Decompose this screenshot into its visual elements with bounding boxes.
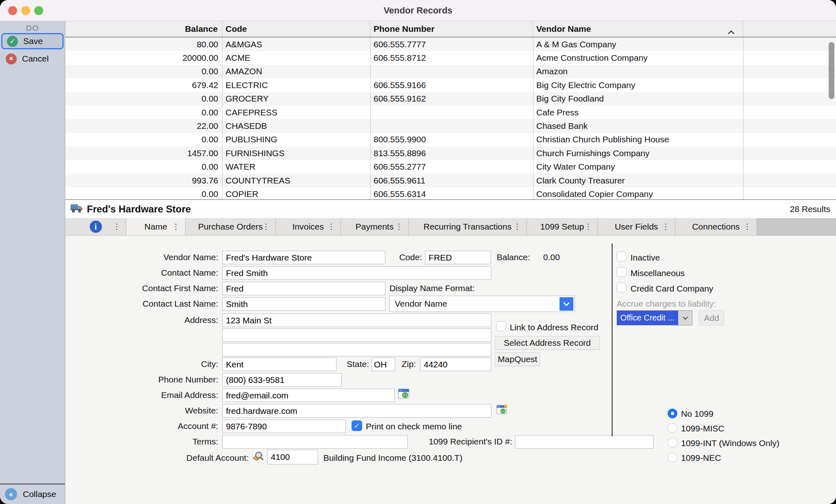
table-row[interactable]: 0.00COPIER606.555.6314Consolidated Copie… — [65, 187, 836, 199]
phone-number-label: Phone Number: — [96, 375, 218, 385]
contact-last-name-input[interactable] — [222, 297, 385, 311]
column-header-vendor-name[interactable]: Vendor Name — [533, 21, 743, 37]
tab-menu-icon[interactable]: ⋮ — [113, 222, 121, 231]
double-chevron-left-icon: « — [5, 488, 17, 500]
tab-menu-icon[interactable]: ⋮ — [262, 222, 270, 231]
chevron-down-icon[interactable] — [678, 311, 692, 325]
tab-menu-icon[interactable]: ⋮ — [172, 222, 180, 231]
account-number-input[interactable] — [222, 420, 346, 433]
inactive-label: Inactive — [630, 253, 660, 263]
vendor-detail-form: Vendor Name: Code: Balance: 0.00 Contact… — [65, 236, 836, 504]
tab-invoices[interactable]: Invoices ⋮ — [276, 218, 341, 235]
tab-name[interactable]: Name ⋮ — [126, 218, 186, 235]
open-website-icon[interactable] — [496, 403, 508, 417]
city-input[interactable] — [222, 358, 336, 371]
website-input[interactable] — [222, 404, 491, 418]
table-row[interactable]: 0.00PUBLISHING800.555.9900Christian Chur… — [65, 133, 836, 146]
contact-name-input[interactable] — [222, 266, 491, 280]
add-liability-button[interactable]: Add — [699, 310, 724, 325]
radio-1099-int[interactable] — [668, 438, 677, 448]
credit-card-company-checkbox[interactable] — [617, 283, 626, 292]
account-number-label: Account #: — [96, 421, 218, 431]
send-email-icon[interactable] — [398, 388, 410, 402]
terms-label: Terms: — [96, 437, 218, 447]
tab-purchase-orders[interactable]: Purchase Orders ⋮ — [186, 218, 276, 235]
miscellaneous-label: Miscellaneous — [630, 268, 685, 278]
vendor-name-input[interactable] — [222, 251, 385, 264]
phone-number-input[interactable] — [222, 373, 342, 387]
app-window: Vendor Records DO ✓ Save × Cancel « Coll… — [0, 0, 836, 504]
recipient-id-input[interactable] — [515, 435, 654, 449]
radio-1099-nec[interactable] — [668, 453, 677, 462]
display-name-format-select[interactable]: Vendor Name — [389, 296, 575, 312]
address-line1-input[interactable] — [222, 314, 491, 327]
address-label: Address: — [96, 315, 218, 325]
vertical-scrollbar[interactable] — [829, 42, 834, 99]
table-row[interactable]: 80.00A&MGAS606.555.7777A & M Gas Company — [65, 38, 836, 51]
vendor-table: Balance Code Phone Number Vendor Name 80… — [65, 21, 836, 199]
tab-info[interactable]: i ⋮ — [65, 218, 126, 235]
tab-menu-icon[interactable]: ⋮ — [513, 222, 521, 231]
address-line2-input[interactable] — [222, 328, 491, 342]
chevron-down-icon[interactable] — [560, 297, 573, 311]
contact-first-name-input[interactable] — [222, 282, 385, 295]
code-input[interactable] — [425, 251, 491, 264]
tab-menu-icon[interactable]: ⋮ — [743, 222, 751, 231]
print-memo-label: Print on check memo line — [366, 422, 462, 431]
cancel-button[interactable]: × Cancel — [1, 51, 64, 67]
accrue-liability-select[interactable]: Office Credit ... — [617, 310, 692, 325]
tab-connections[interactable]: Connections ⋮ — [675, 218, 757, 235]
inactive-checkbox[interactable] — [617, 252, 626, 261]
table-row[interactable]: 0.00WATER606.555.2777City Water Company — [65, 160, 836, 174]
default-account-description: Building Fund Income (3100.4100.T) — [323, 453, 462, 463]
tab-menu-icon[interactable]: ⋮ — [395, 222, 403, 231]
title-bar: Vendor Records — [0, 0, 836, 21]
tab-recurring-transactions[interactable]: Recurring Transactions ⋮ — [409, 218, 527, 235]
column-divider — [533, 38, 533, 199]
terms-input[interactable] — [222, 435, 408, 449]
credit-card-company-label: Credit Card Company — [630, 284, 713, 294]
table-row[interactable]: 993.76COUNTYTREAS606.555.9611Clark Count… — [65, 174, 836, 187]
table-row[interactable]: 0.00GROCERY606.555.9162Big City Foodland — [65, 92, 836, 106]
select-address-record-button[interactable]: Select Address Record — [495, 336, 600, 350]
address-line3-input[interactable] — [222, 343, 491, 356]
radio-1099-misc[interactable] — [668, 423, 677, 433]
zip-input[interactable] — [420, 358, 491, 371]
tab-bar: i ⋮ Name ⋮ Purchase Orders ⋮ Invoices ⋮ … — [65, 218, 836, 236]
tab-menu-icon[interactable]: ⋮ — [584, 222, 592, 231]
tab-user-fields[interactable]: User Fields ⋮ — [598, 218, 675, 235]
column-header-code[interactable]: Code — [222, 21, 370, 37]
x-icon: × — [6, 53, 17, 64]
sidebar-header: DO — [0, 24, 65, 33]
column-header-balance[interactable]: Balance — [65, 21, 222, 37]
table-row[interactable]: 1457.00FURNISHINGS813.555.8896Church Fur… — [65, 146, 836, 160]
mapquest-button[interactable]: MapQuest — [495, 352, 540, 366]
column-header-phone[interactable]: Phone Number — [370, 21, 533, 37]
link-address-checkbox[interactable] — [496, 321, 506, 331]
balance-label: Balance: — [497, 252, 530, 262]
balance-value: 0.00 — [543, 252, 560, 262]
email-address-input[interactable] — [222, 389, 395, 402]
radio-no-1099[interactable] — [668, 409, 677, 418]
collapse-label: Collapse — [23, 489, 56, 499]
miscellaneous-checkbox[interactable] — [617, 267, 626, 277]
save-button[interactable]: ✓ Save — [1, 33, 64, 49]
print-memo-checkbox[interactable]: ✓ — [352, 420, 362, 431]
collapse-button[interactable]: « Collapse — [0, 484, 65, 504]
default-account-input[interactable] — [267, 450, 318, 464]
record-header: Fred's Hardware Store 28 Results — [65, 199, 836, 218]
tab-1099-setup[interactable]: 1099 Setup ⋮ — [527, 218, 598, 235]
table-row[interactable]: 0.00CAFEPRESSCafe Press — [65, 106, 836, 119]
tab-payments[interactable]: Payments ⋮ — [341, 218, 409, 235]
account-lookup-icon[interactable] — [251, 449, 265, 464]
column-header-empty — [743, 21, 836, 37]
table-row[interactable]: 0.00AMAZONAmazon — [65, 65, 836, 78]
column-divider — [743, 38, 743, 199]
tab-menu-icon[interactable]: ⋮ — [662, 222, 670, 231]
table-row[interactable]: 20000.00ACME606.555.8712Acme Constructio… — [65, 51, 836, 64]
tab-menu-icon[interactable]: ⋮ — [327, 222, 335, 231]
table-row[interactable]: 679.42ELECTRIC606.555.9166Big City Elect… — [65, 78, 836, 92]
accrue-selected-value: Office Credit ... — [617, 311, 678, 325]
sort-ascending-icon — [727, 27, 735, 37]
table-row[interactable]: 22.00CHASEDBChased Bank — [65, 119, 836, 133]
